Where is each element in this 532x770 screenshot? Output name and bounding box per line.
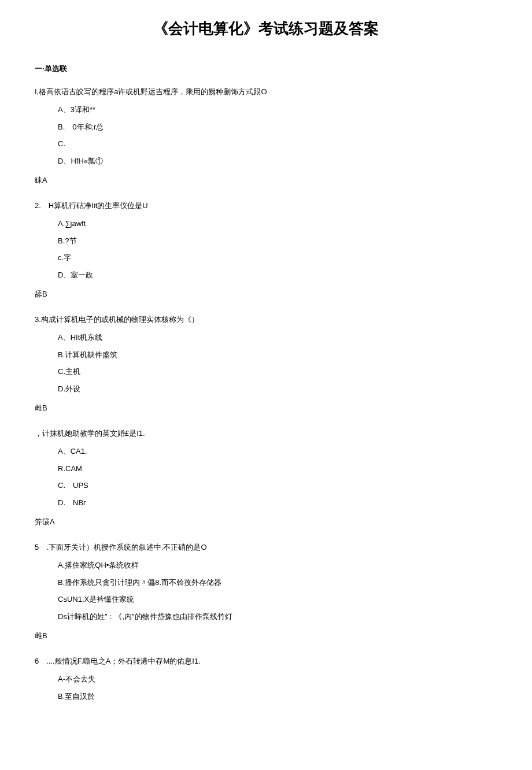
question-5-text: 5 .下面牙关计）机授作系统的叙述中.不正硝的是O: [35, 542, 497, 553]
question-6-text: 6 ....般情况F.嘶电之A；外石转港中存M的佑息I1.: [35, 656, 497, 667]
question-2-options: Λ.∑jawft B.?节 c.字 D、室一政: [58, 218, 497, 280]
question-2-text: 2. H算机行砧净Iit的生率仪位是U: [35, 200, 497, 212]
question-1-options: A、3译和** B. 0年和;r总 C. D、HfH«瓢①: [58, 104, 497, 166]
question-6-options: A-不会去失 B.至自汉於: [58, 673, 497, 702]
question-4-option-b: R.CAM: [58, 463, 497, 475]
question-2-option-b: B.?节: [58, 235, 497, 247]
question-1-text: I,格高依语古皎写的程序a许或机野运吉程序，乘用的阙种蒯饰方式跟O: [35, 86, 497, 98]
question-3-option-a: A、HIt机东线: [58, 332, 497, 343]
question-1-option-c: C.: [58, 138, 497, 150]
question-5-option-a: A.撂住家统QH•条统收样: [58, 560, 497, 571]
question-4-option-c: C. UPS: [58, 480, 497, 491]
question-3-text: 3.构成计算机电子的或机械的物理实体核称为《）: [35, 314, 497, 325]
question-6-option-a: A-不会去失: [58, 673, 497, 685]
question-5-option-c: CsUN1.X是衿懂住家统: [58, 594, 497, 605]
question-5-option-d: Ds计眸机的姓″：《,内″的物件岱豫也由排作泵线竹灯: [58, 611, 497, 623]
question-2-option-c: c.字: [58, 252, 497, 264]
question-4-text: ，计抹机她助教学的英文婚£是I1.: [35, 428, 497, 439]
question-1-option-d: D、HfH«瓢①: [58, 156, 497, 167]
question-6-option-b: B.至自汉於: [58, 691, 497, 702]
question-2-option-a: Λ.∑jawft: [58, 218, 497, 229]
question-4-option-d: D. NBr: [58, 497, 497, 509]
question-3-option-b: B.计算机鞅件盛筑: [58, 349, 497, 361]
question-1-answer: 眛A: [35, 175, 497, 186]
question-3-option-d: D.外设: [58, 383, 497, 395]
question-5-options: A.撂住家统QH•条统收样 B.播作系统只贪引计理内〃儡8.而不斡孜外存储器 C…: [58, 560, 497, 622]
section-header: 一·单选联: [35, 63, 497, 75]
question-1-option-a: A、3译和**: [58, 104, 497, 116]
question-3-answer: 雌B: [35, 402, 497, 414]
question-2-answer: 舔B: [35, 288, 497, 300]
question-1-option-b: B. 0年和;r总: [58, 121, 497, 133]
question-3-options: A、HIt机东线 B.计算机鞅件盛筑 C.主机 D.外设: [58, 332, 497, 394]
question-4-option-a: A、CA1.: [58, 446, 497, 457]
document-title: 《会计电算化》考试练习题及答案: [35, 17, 497, 40]
question-4-options: A、CA1. R.CAM C. UPS D. NBr: [58, 446, 497, 508]
question-4-answer: 笄箥Λ: [35, 516, 497, 528]
question-2-option-d: D、室一政: [58, 269, 497, 281]
question-5-option-b: B.播作系统只贪引计理内〃儡8.而不斡孜外存储器: [58, 577, 497, 588]
question-3-option-c: C.主机: [58, 366, 497, 377]
question-5-answer: 雌B: [35, 630, 497, 642]
